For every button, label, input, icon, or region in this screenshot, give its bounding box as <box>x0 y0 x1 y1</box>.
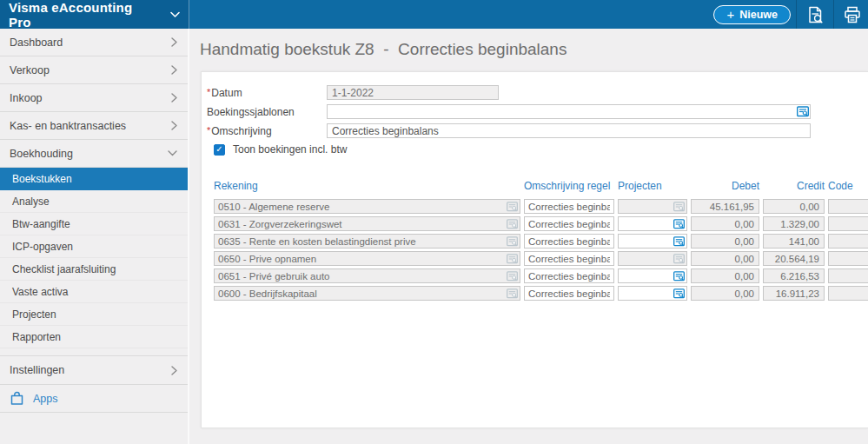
projecten-lookup-button <box>673 201 686 212</box>
sidebar-item-rapporten[interactable]: Rapporten <box>0 326 188 348</box>
sidebar-item-instellingen[interactable]: Instellingen <box>0 356 188 385</box>
projecten-lookup-button[interactable] <box>673 288 686 299</box>
credit-cell <box>763 251 825 266</box>
code-input <box>828 199 868 214</box>
credit-cell <box>763 234 825 249</box>
credit-input <box>763 251 825 266</box>
sidebar: Dashboard Verkoop Inkoop Kas- en banktra… <box>0 29 189 444</box>
projecten-cell <box>618 286 687 301</box>
code-input <box>828 251 868 266</box>
omschrijving-regel-cell <box>524 268 614 283</box>
debet-input <box>691 268 759 283</box>
omschrijving-regel-input[interactable] <box>524 216 614 231</box>
chevron-right-icon <box>171 366 177 375</box>
new-button[interactable]: + Nieuwe <box>713 5 791 24</box>
omschrijving-input[interactable] <box>327 123 811 138</box>
required-marker: * <box>207 87 210 97</box>
code-input <box>828 268 868 283</box>
datum-row: *Datum <box>207 85 868 100</box>
omschrijving-regel-input[interactable] <box>524 199 614 214</box>
debet-cell <box>691 234 759 249</box>
projecten-lookup-button[interactable] <box>673 235 686 247</box>
rekening-input <box>214 251 520 266</box>
sidebar-item-verkoop[interactable]: Verkoop <box>0 56 188 84</box>
omschrijving-regel-cell <box>524 234 614 249</box>
sidebar-item-label: ICP-opgaven <box>12 241 73 253</box>
sidebar-item-kas-en-banktransacties[interactable]: Kas- en banktransacties <box>0 112 188 140</box>
omschrijving-regel-input[interactable] <box>524 286 614 301</box>
lookup-icon <box>507 254 518 264</box>
sidebar-item-label: Rapporten <box>12 331 61 343</box>
rekening-cell <box>214 199 520 214</box>
credit-input <box>763 268 825 283</box>
sidebar-item-vaste-activa[interactable]: Vaste activa <box>0 281 188 303</box>
toon-boekingen-checkbox[interactable] <box>214 144 225 156</box>
rekening-lookup-button <box>506 235 519 247</box>
debet-input <box>691 199 759 214</box>
sidebar-item-label: Apps <box>33 393 58 405</box>
projecten-lookup-button[interactable] <box>673 270 686 282</box>
document-search-button[interactable] <box>802 0 828 29</box>
omschrijving-label: *Omschrijving <box>207 125 327 137</box>
rekening-input <box>214 268 520 283</box>
sidebar-item-label: Inkoop <box>10 92 43 104</box>
sidebar-item-boekstukken[interactable]: Boekstukken <box>0 168 188 190</box>
projecten-cell <box>618 199 687 214</box>
sidebar-item-label: Verkoop <box>10 64 50 76</box>
sidebar-item-analyse[interactable]: Analyse <box>0 190 188 213</box>
omschrijving-regel-input[interactable] <box>524 268 614 283</box>
sidebar-spacer <box>0 348 188 356</box>
sidebar-item-label: Vaste activa <box>12 286 68 298</box>
projecten-lookup-button[interactable] <box>673 218 686 229</box>
rekening-input <box>214 286 520 301</box>
table-row <box>214 251 868 266</box>
required-marker: * <box>207 125 210 136</box>
rekening-cell <box>214 251 520 266</box>
code-cell <box>828 268 868 283</box>
omschrijving-regel-cell <box>524 286 614 301</box>
sidebar-item-apps[interactable]: Apps <box>0 385 188 413</box>
sidebar-item-checklist-jaarafsluiting[interactable]: Checklist jaarafsluiting <box>0 258 188 281</box>
debet-cell <box>691 286 759 301</box>
boekingssjablonen-lookup-button[interactable] <box>796 106 809 117</box>
omschrijving-regel-input[interactable] <box>524 251 614 266</box>
debet-cell <box>691 216 759 231</box>
credit-input <box>763 216 825 231</box>
chevron-right-icon <box>171 37 177 47</box>
rekening-lookup-button <box>506 288 519 299</box>
rekening-lookup-button <box>506 201 519 212</box>
lookup-icon <box>507 236 518 247</box>
credit-cell <box>763 216 825 231</box>
sidebar-item-label: Projecten <box>12 308 56 321</box>
sidebar-item-icp-opgaven[interactable]: ICP-opgaven <box>0 235 188 258</box>
journal-table: Rekening Omschrijving regel Projecten De… <box>214 180 868 301</box>
column-header-omschrijving-regel: Omschrijving regel <box>524 180 614 192</box>
rekening-cell <box>214 268 520 283</box>
debet-cell <box>691 251 759 266</box>
omschrijving-regel-input[interactable] <box>524 234 614 249</box>
code-cell <box>828 216 868 231</box>
code-cell <box>828 199 868 214</box>
lookup-icon <box>507 219 518 229</box>
sidebar-item-inkoop[interactable]: Inkoop <box>0 84 188 112</box>
shopping-bag-icon <box>10 391 24 406</box>
rekening-cell <box>214 234 520 249</box>
lookup-icon <box>673 271 685 282</box>
sidebar-item-btw-aangifte[interactable]: Btw-aangifte <box>0 213 188 235</box>
table-row <box>214 216 868 231</box>
lookup-icon <box>673 288 685 299</box>
sidebar-item-boekhouding[interactable]: Boekhouding <box>0 140 188 168</box>
sidebar-item-dashboard[interactable]: Dashboard <box>0 29 188 56</box>
print-button[interactable] <box>839 0 865 29</box>
datum-label: *Datum <box>207 87 327 99</box>
journal-header-row: Rekening Omschrijving regel Projecten De… <box>214 180 868 192</box>
lookup-icon <box>673 219 685 229</box>
projecten-lookup-button <box>673 253 686 264</box>
projecten-cell <box>618 268 687 283</box>
sidebar-item-label: Analyse <box>12 195 50 208</box>
boekstuk-card: *Datum Boekingssjablonen <box>201 71 868 428</box>
chevron-right-icon <box>171 65 177 75</box>
boekingssjablonen-input[interactable] <box>327 104 811 119</box>
sidebar-item-projecten[interactable]: Projecten <box>0 303 188 326</box>
app-switcher[interactable]: Visma eAccounting Pro <box>0 0 189 29</box>
